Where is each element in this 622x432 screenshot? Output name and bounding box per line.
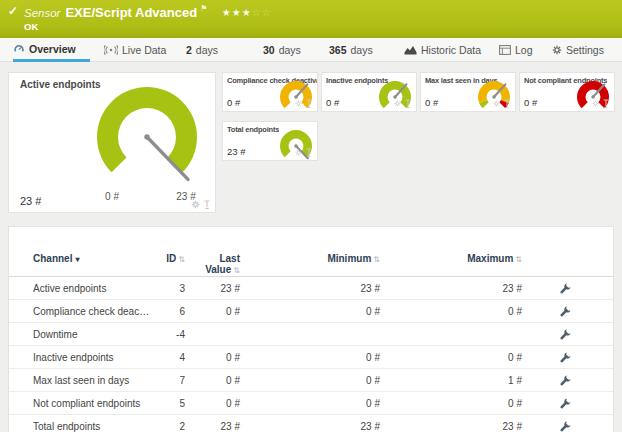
channel-settings-button[interactable] <box>530 305 601 317</box>
channel-settings-button[interactable] <box>530 397 601 409</box>
cell-minimum: 0 # <box>248 352 388 363</box>
cell-id: 3 <box>151 283 193 294</box>
tab-number: 30 <box>263 44 275 56</box>
cell-channel: Compliance check deactivated <box>33 306 151 317</box>
pin-icon[interactable] <box>305 147 313 158</box>
table-row: Max last seen in days70 #0 #1 # <box>9 368 613 391</box>
gear-icon[interactable] <box>394 100 401 107</box>
cell-channel: Active endpoints <box>33 283 151 294</box>
col-header-id[interactable]: ID⇅ <box>151 253 193 265</box>
tab-label: Settings <box>566 44 604 56</box>
col-header-maximum[interactable]: Maximum⇅ <box>388 253 530 265</box>
gear-icon <box>552 45 562 55</box>
cell-maximum: 23 # <box>388 283 530 294</box>
cell-minimum: 0 # <box>248 306 388 317</box>
cell-id: 5 <box>151 398 193 409</box>
wrench-icon[interactable] <box>560 375 571 386</box>
cell-id: -4 <box>151 329 193 340</box>
gear-icon <box>295 100 302 107</box>
cell-id: 4 <box>151 352 193 363</box>
tab-label: Overview <box>29 43 76 55</box>
col-header-channel[interactable]: Channel▾ <box>33 253 151 265</box>
table-row: Inactive endpoints40 #0 #0 # <box>9 345 613 368</box>
gauge-value: 23 # <box>227 146 246 157</box>
cell-maximum: 1 # <box>388 375 530 386</box>
chart-icon <box>404 45 417 55</box>
tab-settings[interactable]: Settings <box>552 38 604 62</box>
pin-icon <box>404 98 412 109</box>
channel-settings-button[interactable] <box>530 420 601 432</box>
gear-icon <box>191 200 200 209</box>
not-compliant-endpoints-card: Not compliant endpoints0 # <box>519 72 615 112</box>
cell-last-value: 0 # <box>193 375 248 386</box>
sort-icon: ⇅ <box>515 255 522 264</box>
tab-historic-data[interactable]: Historic Data <box>404 38 481 62</box>
card-tools <box>191 199 211 210</box>
tab-overview[interactable]: Overview <box>13 38 90 62</box>
pin-icon[interactable] <box>503 98 511 109</box>
tab-live-data[interactable]: Live Data <box>104 38 166 62</box>
pin-icon[interactable] <box>203 199 211 210</box>
wrench-icon[interactable] <box>560 398 571 409</box>
channel-settings-button[interactable] <box>530 351 601 363</box>
pin-icon[interactable] <box>404 98 412 109</box>
table-row: Compliance check deactivated60 #0 #0 # <box>9 299 613 322</box>
cell-channel: Max last seen in days <box>33 375 151 386</box>
cell-channel: Inactive endpoints <box>33 352 151 363</box>
col-header-last-value[interactable]: LastValue⇅ <box>193 253 248 276</box>
tab-days[interactable]: 365days <box>329 38 373 62</box>
gauge-value: 0 # <box>326 97 339 108</box>
channel-table-card: Channel▾ ID⇅ LastValue⇅ Minimum⇅ Maximum… <box>8 226 614 432</box>
wrench-icon[interactable] <box>560 329 571 340</box>
gauge-value: 0 # <box>524 97 537 108</box>
pin-icon <box>503 98 511 109</box>
gear-icon[interactable] <box>295 100 302 107</box>
table-header-row: Channel▾ ID⇅ LastValue⇅ Minimum⇅ Maximum… <box>9 227 613 276</box>
table-row: Active endpoints323 #23 #23 # <box>9 276 613 299</box>
tab-label: Log <box>515 44 533 56</box>
sort-icon: ⇅ <box>178 255 185 264</box>
broadcast-icon <box>104 45 118 55</box>
status-check-icon: ✓ <box>8 4 18 18</box>
cell-minimum: 23 # <box>248 421 388 432</box>
tab-label: days <box>196 44 218 56</box>
cell-minimum: 23 # <box>248 283 388 294</box>
card-tools <box>295 147 313 158</box>
wrench-icon[interactable] <box>560 283 571 294</box>
tab-days[interactable]: 2days <box>186 38 218 62</box>
stars-filled: ★★★ <box>222 7 252 18</box>
log-icon <box>499 45 511 55</box>
pin-icon[interactable] <box>305 98 313 109</box>
cell-last-value: 0 # <box>193 398 248 409</box>
pin-icon <box>305 98 313 109</box>
cell-last-value: 0 # <box>193 352 248 363</box>
gear-icon[interactable] <box>295 149 302 156</box>
pin-icon[interactable] <box>602 98 610 109</box>
tab-label: days <box>351 44 373 56</box>
channel-settings-button[interactable] <box>530 282 601 294</box>
tab-label: Live Data <box>122 44 166 56</box>
channel-settings-button[interactable] <box>530 328 601 340</box>
sort-icon: ⇅ <box>373 255 380 264</box>
cell-channel: Downtime <box>33 329 151 340</box>
card-tools <box>394 98 412 109</box>
gear-icon[interactable] <box>592 100 599 107</box>
gear-icon[interactable] <box>493 100 500 107</box>
tab-days[interactable]: 30days <box>263 38 301 62</box>
col-header-minimum[interactable]: Minimum⇅ <box>248 253 388 265</box>
channel-settings-button[interactable] <box>530 374 601 386</box>
table-row: Downtime-4 <box>9 322 613 345</box>
gauge-value: 23 # <box>20 195 41 207</box>
cell-last-value: 23 # <box>193 283 248 294</box>
pin-icon <box>203 199 211 210</box>
area-chart-icon <box>404 45 417 55</box>
wrench-icon[interactable] <box>560 421 571 432</box>
priority-stars[interactable]: ★★★☆☆ <box>222 7 272 18</box>
wrench-icon[interactable] <box>560 306 571 317</box>
tab-log[interactable]: Log <box>499 38 533 62</box>
broadcast-icon <box>104 45 118 55</box>
gear-icon[interactable] <box>191 200 200 209</box>
max-last-seen-in-days-card: Max last seen in days0 # <box>420 72 516 112</box>
wrench-icon[interactable] <box>560 352 571 363</box>
inactive-endpoints-card: Inactive endpoints0 # <box>321 72 417 112</box>
